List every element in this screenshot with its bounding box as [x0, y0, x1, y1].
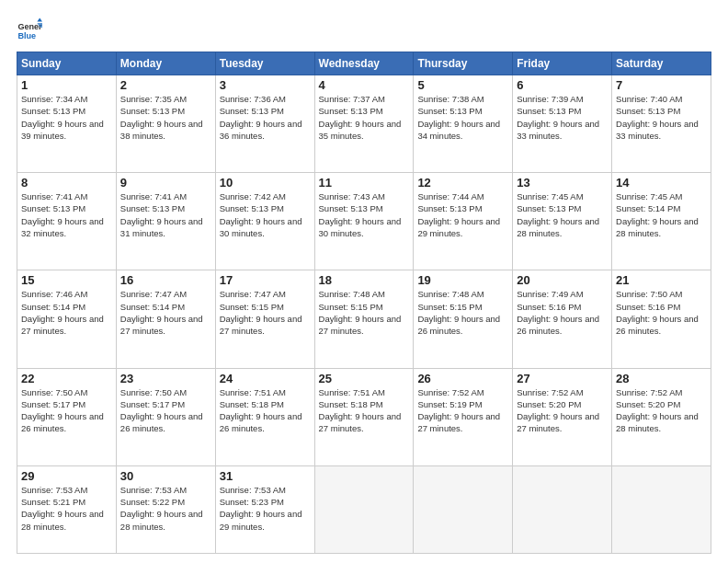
calendar-cell: 23 Sunrise: 7:50 AM Sunset: 5:17 PM Dayl… — [116, 368, 215, 465]
day-info: Sunrise: 7:50 AM Sunset: 5:17 PM Dayligh… — [120, 386, 211, 435]
day-info: Sunrise: 7:52 AM Sunset: 5:20 PM Dayligh… — [616, 386, 707, 435]
calendar-cell: 25 Sunrise: 7:51 AM Sunset: 5:18 PM Dayl… — [314, 368, 414, 465]
day-number: 30 — [120, 469, 211, 483]
calendar-cell — [513, 465, 612, 553]
calendar-week-2: 8 Sunrise: 7:41 AM Sunset: 5:13 PM Dayli… — [17, 173, 711, 270]
calendar-cell: 29 Sunrise: 7:53 AM Sunset: 5:21 PM Dayl… — [17, 465, 117, 553]
day-number: 15 — [21, 273, 112, 287]
calendar-cell: 16 Sunrise: 7:47 AM Sunset: 5:14 PM Dayl… — [116, 270, 215, 368]
day-number: 24 — [220, 372, 311, 385]
day-info: Sunrise: 7:34 AM Sunset: 5:13 PM Dayligh… — [21, 93, 112, 142]
page: General Blue SundayMondayTuesdayWednesda… — [0, 0, 728, 563]
day-number: 12 — [417, 176, 508, 190]
day-number: 3 — [220, 78, 311, 92]
day-info: Sunrise: 7:42 AM Sunset: 5:13 PM Dayligh… — [220, 190, 311, 239]
day-info: Sunrise: 7:48 AM Sunset: 5:15 PM Dayligh… — [417, 288, 508, 337]
calendar-week-5: 29 Sunrise: 7:53 AM Sunset: 5:21 PM Dayl… — [17, 465, 711, 553]
day-number: 1 — [21, 78, 112, 92]
day-number: 29 — [21, 469, 112, 483]
calendar-header-saturday: Saturday — [612, 52, 711, 75]
day-number: 10 — [220, 176, 311, 190]
day-number: 21 — [616, 273, 707, 287]
calendar-table: SundayMondayTuesdayWednesdayThursdayFrid… — [17, 52, 711, 554]
day-info: Sunrise: 7:50 AM Sunset: 5:17 PM Dayligh… — [21, 386, 112, 435]
calendar-cell: 21 Sunrise: 7:50 AM Sunset: 5:16 PM Dayl… — [612, 270, 711, 368]
day-info: Sunrise: 7:52 AM Sunset: 5:20 PM Dayligh… — [517, 386, 608, 435]
day-number: 5 — [417, 78, 508, 92]
day-info: Sunrise: 7:46 AM Sunset: 5:14 PM Dayligh… — [21, 288, 112, 337]
calendar-cell: 22 Sunrise: 7:50 AM Sunset: 5:17 PM Dayl… — [17, 368, 117, 465]
svg-marker-2 — [37, 17, 42, 21]
day-info: Sunrise: 7:36 AM Sunset: 5:13 PM Dayligh… — [220, 93, 311, 142]
calendar-cell — [414, 465, 513, 553]
calendar-cell: 17 Sunrise: 7:47 AM Sunset: 5:15 PM Dayl… — [215, 270, 314, 368]
day-number: 23 — [120, 372, 211, 385]
calendar-cell: 20 Sunrise: 7:49 AM Sunset: 5:16 PM Dayl… — [513, 270, 612, 368]
day-number: 19 — [417, 273, 508, 287]
day-number: 31 — [220, 469, 311, 483]
header: General Blue — [17, 17, 711, 42]
day-number: 16 — [120, 273, 211, 287]
day-number: 7 — [616, 78, 707, 92]
calendar-cell — [612, 465, 711, 553]
calendar-header-wednesday: Wednesday — [314, 52, 414, 75]
day-info: Sunrise: 7:53 AM Sunset: 5:21 PM Dayligh… — [21, 484, 112, 533]
day-info: Sunrise: 7:48 AM Sunset: 5:15 PM Dayligh… — [319, 288, 410, 337]
day-number: 27 — [517, 372, 608, 385]
day-number: 14 — [616, 176, 707, 190]
calendar-cell: 1 Sunrise: 7:34 AM Sunset: 5:13 PM Dayli… — [17, 75, 117, 173]
day-info: Sunrise: 7:45 AM Sunset: 5:14 PM Dayligh… — [616, 190, 707, 239]
calendar-cell: 9 Sunrise: 7:41 AM Sunset: 5:13 PM Dayli… — [116, 173, 215, 270]
calendar-cell: 4 Sunrise: 7:37 AM Sunset: 5:13 PM Dayli… — [314, 75, 414, 173]
day-number: 25 — [319, 372, 410, 385]
calendar-header-tuesday: Tuesday — [215, 52, 314, 75]
calendar-week-4: 22 Sunrise: 7:50 AM Sunset: 5:17 PM Dayl… — [17, 368, 711, 465]
calendar-cell: 28 Sunrise: 7:52 AM Sunset: 5:20 PM Dayl… — [612, 368, 711, 465]
calendar-cell: 15 Sunrise: 7:46 AM Sunset: 5:14 PM Dayl… — [17, 270, 117, 368]
calendar-cell: 2 Sunrise: 7:35 AM Sunset: 5:13 PM Dayli… — [116, 75, 215, 173]
day-number: 20 — [517, 273, 608, 287]
logo: General Blue — [17, 17, 44, 42]
day-number: 13 — [517, 176, 608, 190]
day-info: Sunrise: 7:53 AM Sunset: 5:23 PM Dayligh… — [220, 484, 311, 533]
calendar-cell: 5 Sunrise: 7:38 AM Sunset: 5:13 PM Dayli… — [414, 75, 513, 173]
day-number: 9 — [120, 176, 211, 190]
calendar-cell: 26 Sunrise: 7:52 AM Sunset: 5:19 PM Dayl… — [414, 368, 513, 465]
day-number: 11 — [319, 176, 410, 190]
day-info: Sunrise: 7:35 AM Sunset: 5:13 PM Dayligh… — [120, 93, 211, 142]
calendar-cell: 3 Sunrise: 7:36 AM Sunset: 5:13 PM Dayli… — [215, 75, 314, 173]
day-number: 6 — [517, 78, 608, 92]
day-info: Sunrise: 7:43 AM Sunset: 5:13 PM Dayligh… — [319, 190, 410, 239]
day-number: 17 — [220, 273, 311, 287]
calendar-cell: 10 Sunrise: 7:42 AM Sunset: 5:13 PM Dayl… — [215, 173, 314, 270]
day-info: Sunrise: 7:45 AM Sunset: 5:13 PM Dayligh… — [517, 190, 608, 239]
day-info: Sunrise: 7:50 AM Sunset: 5:16 PM Dayligh… — [616, 288, 707, 337]
day-info: Sunrise: 7:39 AM Sunset: 5:13 PM Dayligh… — [517, 93, 608, 142]
calendar-cell: 30 Sunrise: 7:53 AM Sunset: 5:22 PM Dayl… — [116, 465, 215, 553]
calendar-cell: 27 Sunrise: 7:52 AM Sunset: 5:20 PM Dayl… — [513, 368, 612, 465]
calendar-header-friday: Friday — [513, 52, 612, 75]
calendar-cell: 6 Sunrise: 7:39 AM Sunset: 5:13 PM Dayli… — [513, 75, 612, 173]
calendar-cell: 24 Sunrise: 7:51 AM Sunset: 5:18 PM Dayl… — [215, 368, 314, 465]
day-number: 8 — [21, 176, 112, 190]
day-info: Sunrise: 7:41 AM Sunset: 5:13 PM Dayligh… — [21, 190, 112, 239]
calendar-cell: 7 Sunrise: 7:40 AM Sunset: 5:13 PM Dayli… — [612, 75, 711, 173]
day-info: Sunrise: 7:51 AM Sunset: 5:18 PM Dayligh… — [319, 386, 410, 435]
calendar-week-1: 1 Sunrise: 7:34 AM Sunset: 5:13 PM Dayli… — [17, 75, 711, 173]
calendar-cell: 19 Sunrise: 7:48 AM Sunset: 5:15 PM Dayl… — [414, 270, 513, 368]
day-number: 22 — [21, 372, 112, 385]
day-number: 2 — [120, 78, 211, 92]
day-info: Sunrise: 7:44 AM Sunset: 5:13 PM Dayligh… — [417, 190, 508, 239]
day-number: 18 — [319, 273, 410, 287]
day-number: 4 — [319, 78, 410, 92]
calendar-cell: 31 Sunrise: 7:53 AM Sunset: 5:23 PM Dayl… — [215, 465, 314, 553]
calendar-week-3: 15 Sunrise: 7:46 AM Sunset: 5:14 PM Dayl… — [17, 270, 711, 368]
day-info: Sunrise: 7:40 AM Sunset: 5:13 PM Dayligh… — [616, 93, 707, 142]
calendar-cell: 8 Sunrise: 7:41 AM Sunset: 5:13 PM Dayli… — [17, 173, 117, 270]
day-info: Sunrise: 7:38 AM Sunset: 5:13 PM Dayligh… — [417, 93, 508, 142]
day-info: Sunrise: 7:47 AM Sunset: 5:15 PM Dayligh… — [220, 288, 311, 337]
day-info: Sunrise: 7:51 AM Sunset: 5:18 PM Dayligh… — [220, 386, 311, 435]
calendar-cell: 14 Sunrise: 7:45 AM Sunset: 5:14 PM Dayl… — [612, 173, 711, 270]
day-number: 28 — [616, 372, 707, 385]
calendar-header-thursday: Thursday — [414, 52, 513, 75]
